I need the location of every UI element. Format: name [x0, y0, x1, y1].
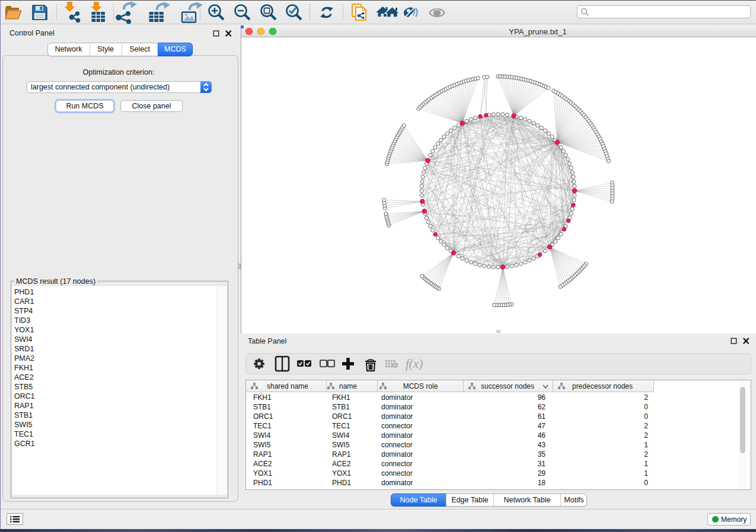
svg-text:connector: connector: [381, 441, 413, 449]
svg-text:SWI4: SWI4: [253, 431, 271, 440]
svg-text:SWI5: SWI5: [332, 441, 350, 449]
svg-text:2: 2: [644, 450, 648, 459]
svg-text:FKH1: FKH1: [253, 393, 272, 402]
svg-text:shared name: shared name: [267, 382, 308, 390]
svg-text:TEC1: TEC1: [332, 422, 350, 430]
svg-text:dominator: dominator: [381, 412, 413, 421]
svg-text:STB1: STB1: [332, 403, 350, 411]
svg-text:61: 61: [538, 412, 546, 421]
svg-text:96: 96: [538, 393, 546, 402]
svg-text:YOX1: YOX1: [332, 469, 351, 477]
svg-text:predecessor nodes: predecessor nodes: [572, 382, 633, 390]
svg-text:31: 31: [538, 460, 546, 468]
svg-text:0: 0: [644, 403, 648, 411]
svg-text:29: 29: [538, 469, 546, 477]
svg-text:name: name: [339, 382, 357, 390]
svg-text:connector: connector: [381, 460, 413, 468]
svg-text:0: 0: [644, 479, 648, 487]
svg-text:62: 62: [538, 403, 546, 411]
svg-text:0: 0: [644, 412, 648, 421]
svg-text:SWI5: SWI5: [253, 441, 271, 449]
svg-text:1: 1: [644, 460, 648, 468]
svg-text:FKH1: FKH1: [332, 393, 350, 402]
svg-text:ACE2: ACE2: [332, 460, 351, 468]
svg-text:RAP1: RAP1: [332, 450, 351, 459]
svg-text:46: 46: [538, 431, 546, 440]
svg-text:ORC1: ORC1: [332, 412, 352, 421]
svg-text:PHD1: PHD1: [253, 479, 272, 487]
svg-text:connector: connector: [381, 469, 413, 477]
svg-text:RAP1: RAP1: [253, 450, 272, 459]
svg-text:2: 2: [644, 431, 648, 440]
svg-text:1: 1: [644, 441, 648, 449]
svg-text:dominator: dominator: [381, 393, 413, 402]
svg-text:TEC1: TEC1: [253, 422, 272, 430]
svg-text:ORC1: ORC1: [253, 412, 273, 421]
svg-text:18: 18: [538, 479, 546, 487]
svg-text:connector: connector: [381, 422, 413, 430]
svg-text:43: 43: [538, 441, 546, 449]
svg-text:35: 35: [538, 450, 546, 459]
svg-text:47: 47: [538, 422, 546, 430]
svg-text:2: 2: [644, 393, 648, 402]
svg-text:STB1: STB1: [253, 403, 271, 411]
svg-text:successor nodes: successor nodes: [481, 382, 534, 390]
svg-text:dominator: dominator: [381, 479, 413, 487]
svg-text:2: 2: [644, 422, 648, 430]
svg-text:MCDS role: MCDS role: [403, 382, 438, 390]
svg-text:SWI4: SWI4: [332, 431, 350, 440]
svg-text:ACE2: ACE2: [253, 460, 272, 468]
svg-text:1: 1: [644, 469, 648, 477]
svg-text:dominator: dominator: [381, 403, 413, 411]
svg-text:PHD1: PHD1: [332, 479, 351, 487]
svg-text:dominator: dominator: [381, 450, 413, 459]
svg-text:YOX1: YOX1: [253, 469, 272, 477]
svg-text:f(x): f(x): [406, 357, 423, 371]
svg-text:dominator: dominator: [381, 431, 413, 440]
